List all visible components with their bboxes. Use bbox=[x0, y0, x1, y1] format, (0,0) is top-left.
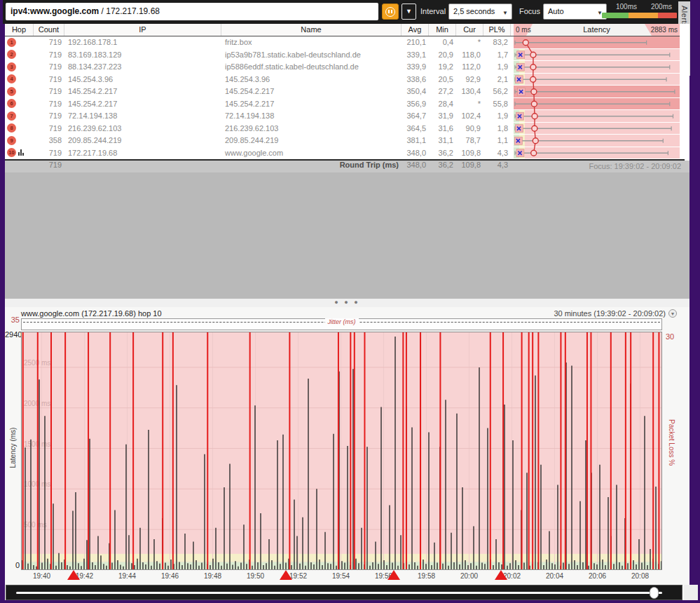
avg-cell: 364,7 bbox=[402, 110, 429, 123]
ip-cell: 216.239.62.103 bbox=[64, 123, 221, 135]
time-tick-label: 20:08 bbox=[631, 572, 649, 580]
hop-row-3[interactable]: 371988.134.237.223ip5886eddf.static.kabe… bbox=[5, 61, 680, 74]
name-cell: 72.14.194.138 bbox=[221, 110, 402, 123]
hop-number-badge: 10 bbox=[7, 148, 16, 157]
col-header-hop[interactable]: Hop bbox=[5, 24, 34, 36]
hop-row-4[interactable]: 4719145.254.3.96145.254.3.96338,620,592,… bbox=[5, 74, 680, 86]
col-header-min[interactable]: Min bbox=[429, 24, 456, 36]
hop-cell: 9 bbox=[5, 135, 34, 147]
cur-cell: 102,4 bbox=[456, 110, 483, 123]
name-cell: fritz.box bbox=[221, 36, 402, 49]
col-header-name[interactable]: Name bbox=[221, 24, 402, 36]
hop-row-8[interactable]: 8719216.239.62.103216.239.62.103364,531,… bbox=[5, 123, 680, 135]
scrollbar-track[interactable] bbox=[16, 592, 662, 594]
latency-minigraph-cell bbox=[514, 98, 680, 111]
min-cell: 31,6 bbox=[429, 123, 456, 135]
col-header-pl[interactable]: PL% bbox=[483, 24, 511, 36]
hop-cell: 5 bbox=[5, 86, 34, 98]
col-header-latency[interactable]: 0 ms Latency 2883 ms bbox=[514, 24, 680, 36]
roundtrip-avg: 348,0 bbox=[402, 161, 429, 169]
ip-cell: 145.254.2.217 bbox=[64, 86, 221, 98]
latency-minigraph-cell bbox=[514, 86, 680, 98]
avg-cell: 339,1 bbox=[402, 49, 429, 62]
name-cell: ip53a9b781.static.kabel-deutschland.de bbox=[221, 49, 402, 62]
packetloss-axis-max: 30 bbox=[666, 332, 681, 341]
count-cell: 358 bbox=[34, 135, 64, 147]
interval-value: 2,5 seconds bbox=[453, 7, 495, 15]
jitter-axis-max: 35 bbox=[5, 316, 20, 324]
hop-row-2[interactable]: 271983.169.183.129ip53a9b781.static.kabe… bbox=[5, 49, 680, 62]
jitter-strip: Jitter (ms) bbox=[21, 318, 662, 330]
avg-cell: 339,9 bbox=[402, 61, 429, 74]
min-cell: 28,4 bbox=[429, 98, 456, 111]
hop-row-9[interactable]: 9358209.85.244.219209.85.244.219381,131,… bbox=[5, 135, 680, 147]
time-tick-label: 19:46 bbox=[161, 572, 179, 580]
alert-marker-icon bbox=[67, 570, 80, 580]
timeline-scrollbar[interactable] bbox=[6, 585, 682, 600]
packetloss-axis-label: Packet Loss % bbox=[668, 419, 675, 466]
avg-cell: 210,1 bbox=[402, 36, 429, 49]
latency-minigraph-cell bbox=[514, 123, 680, 135]
hop-cell: 10 bbox=[5, 147, 34, 160]
cur-cell: 112,0 bbox=[456, 61, 483, 74]
latency-minigraph-cell bbox=[514, 36, 680, 49]
min-cell: 31,9 bbox=[429, 110, 456, 123]
min-cell: 27,2 bbox=[429, 86, 456, 98]
hop-number-badge: 2 bbox=[7, 50, 16, 59]
pl-cell: 1,7 bbox=[483, 49, 511, 62]
interval-select[interactable]: 2,5 seconds▼ bbox=[448, 4, 512, 20]
min-cell: 36,2 bbox=[429, 147, 456, 160]
timeline-pane: www.google.com (172.217.19.68) hop 10 30… bbox=[5, 307, 689, 600]
name-cell: ip5886eddf.static.kabel-deutschland.de bbox=[221, 61, 402, 74]
col-header-ip[interactable]: IP bbox=[64, 24, 221, 36]
col-header-count[interactable]: Count bbox=[34, 24, 64, 36]
latency-plot-svg: 500 ms1000 ms1500 ms2000 ms2500 ms bbox=[21, 332, 662, 570]
latency-plot[interactable]: 500 ms1000 ms1500 ms2000 ms2500 ms bbox=[21, 332, 662, 570]
pause-icon bbox=[385, 7, 395, 17]
alert-marker-icon bbox=[280, 570, 292, 580]
pane-splitter[interactable]: ● ● ● bbox=[5, 299, 689, 307]
pl-cell: 1,8 bbox=[483, 123, 511, 135]
hop-row-1[interactable]: 1719192.168.178.1fritz.box210,10,4*83,2 bbox=[5, 36, 680, 49]
legend-100ms-label: 100ms bbox=[616, 3, 637, 11]
col-header-avg[interactable]: Avg bbox=[402, 24, 429, 36]
time-tick-label: 19:50 bbox=[247, 572, 264, 580]
avg-cell: 348,0 bbox=[402, 147, 429, 160]
roundtrip-label: Round Trip (ms) bbox=[221, 161, 402, 169]
min-cell: 31,1 bbox=[429, 135, 456, 147]
timeline-range-selector[interactable]: 30 minutes (19:39:02 - 20:09:02) bbox=[554, 309, 666, 318]
ip-cell: 145.254.3.96 bbox=[64, 74, 221, 86]
col-header-cur[interactable]: Cur bbox=[456, 24, 483, 36]
count-cell: 719 bbox=[34, 110, 64, 123]
alert-marker-icon bbox=[387, 570, 400, 580]
pause-button[interactable] bbox=[382, 4, 399, 20]
hop-cell: 4 bbox=[5, 74, 34, 86]
latency-minigraph-cell bbox=[514, 135, 680, 147]
focus-select[interactable]: Auto▼ bbox=[543, 4, 607, 20]
avg-cell: 356,9 bbox=[402, 98, 429, 111]
roundtrip-count: 719 bbox=[34, 161, 64, 169]
hop-cell: 3 bbox=[5, 61, 34, 74]
chevron-down-icon[interactable]: ▼ bbox=[668, 309, 677, 318]
ip-cell: 209.85.244.219 bbox=[64, 135, 221, 147]
target-ip: / 172.217.19.68 bbox=[99, 6, 160, 16]
target-address-input[interactable]: ipv4:www.google.com / 172.217.19.68 bbox=[6, 3, 378, 20]
min-cell: 20,9 bbox=[429, 49, 456, 62]
empty-upper-pane bbox=[5, 172, 689, 299]
ip-cell: 172.217.19.68 bbox=[64, 147, 221, 160]
hop-cell: 2 bbox=[5, 49, 34, 62]
trace-options-dropdown-button[interactable]: ▼ bbox=[402, 4, 416, 20]
ip-cell: 72.14.194.138 bbox=[64, 110, 221, 123]
hop-row-5[interactable]: 5719145.254.2.217145.254.2.217350,427,21… bbox=[5, 86, 680, 98]
scrollbar-thumb[interactable] bbox=[650, 587, 659, 599]
ip-cell: 192.168.178.1 bbox=[64, 36, 221, 49]
hop-row-7[interactable]: 771972.14.194.13872.14.194.138364,731,91… bbox=[5, 110, 680, 123]
legend-200ms-label: 200ms bbox=[651, 3, 672, 11]
cur-cell: 92,9 bbox=[456, 74, 483, 86]
cur-cell: * bbox=[456, 98, 483, 111]
hop-row-10[interactable]: 10719172.217.19.68www.google.com348,036,… bbox=[5, 147, 680, 160]
min-cell: 19,2 bbox=[429, 61, 456, 74]
hop-row-6[interactable]: 6719145.254.2.217145.254.2.217356,928,4*… bbox=[5, 98, 680, 111]
hop-number-badge: 1 bbox=[7, 38, 16, 47]
count-cell: 719 bbox=[34, 36, 64, 49]
